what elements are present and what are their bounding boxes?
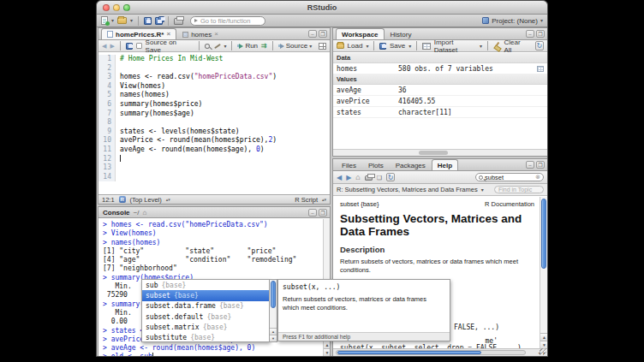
help-topic-title[interactable]: R: Subsetting Vectors, Matrices and Data… <box>337 186 478 193</box>
minimize-pane-icon[interactable]: – <box>308 209 317 217</box>
editor-line[interactable]: 3homes <- read.csv("homePriceData.csv") <box>98 73 330 82</box>
close-tab-icon[interactable]: × <box>214 31 218 38</box>
autocomplete-item[interactable]: subset.matrix{base} <box>142 322 269 332</box>
save-icon[interactable] <box>144 17 152 25</box>
scroll-thumb[interactable] <box>271 281 276 308</box>
scroll-up-icon[interactable]: ▲ <box>324 341 331 348</box>
new-file-button[interactable] <box>101 16 108 25</box>
resize-grip[interactable] <box>540 348 546 355</box>
maximize-pane-icon[interactable]: ❐ <box>319 209 327 217</box>
scroll-thumb[interactable] <box>337 351 481 354</box>
editor-line[interactable]: 2 <box>98 64 330 74</box>
editor-line[interactable]: 9states <- levels(homes$state) <box>98 128 330 137</box>
minimize-pane-icon[interactable]: – <box>526 161 534 169</box>
editor-line[interactable]: 4View(homes) <box>98 82 330 92</box>
print-icon[interactable] <box>174 18 183 25</box>
workspace-tab[interactable]: Workspace <box>336 28 385 39</box>
find-in-topic-input[interactable]: Find in Topic <box>494 186 544 193</box>
scroll-thumb[interactable] <box>541 199 546 269</box>
open-file-icon[interactable] <box>117 17 127 24</box>
forward-icon[interactable]: ▶ <box>110 43 114 50</box>
editor-code-area[interactable]: 1# Home Prices In Mid-West23homes <- rea… <box>98 53 330 194</box>
editor-line[interactable]: 14 <box>98 173 330 182</box>
view-data-icon[interactable] <box>537 66 544 72</box>
workspace-object-row[interactable]: aveAge36 <box>333 85 547 96</box>
title-bar[interactable]: RStudio <box>97 1 547 15</box>
editor-line[interactable]: 12 <box>98 155 330 164</box>
autocomplete-scrollbar[interactable]: ▲ ▼ <box>270 279 277 342</box>
help-pane-tab[interactable]: Help <box>432 159 458 170</box>
help-search-box[interactable]: subset ⊗ <box>475 173 544 181</box>
scroll-down-icon[interactable]: ▼ <box>324 348 331 356</box>
autocomplete-item[interactable]: sub{base} <box>142 280 269 290</box>
scroll-down-icon[interactable]: ▼ <box>270 335 277 341</box>
workspace-object-row[interactable]: homes580 obs. of 7 variables <box>333 63 547 74</box>
code-tools-dropdown-icon[interactable]: ▾ <box>224 44 226 49</box>
back-icon[interactable]: ◀ <box>102 43 106 50</box>
help-pane-tab[interactable]: Plots <box>362 159 390 170</box>
save-icon[interactable] <box>126 43 133 50</box>
editor-line[interactable]: 8 <box>98 118 330 128</box>
autocomplete-item[interactable]: subset{base} <box>142 290 269 300</box>
project-menu[interactable]: Project: (None) ▾ <box>482 17 543 25</box>
source-on-save-checkbox[interactable] <box>136 43 142 49</box>
import-dataset-button[interactable]: Import Dataset <box>434 39 476 54</box>
back-icon[interactable]: ◀ <box>337 174 342 181</box>
workspace-object-row[interactable]: statescharacter[11] <box>333 107 547 118</box>
refresh-icon[interactable]: ↻ <box>535 41 544 50</box>
source-button[interactable]: Source ▾ <box>278 42 312 50</box>
editor-tab[interactable]: homes × <box>176 28 224 39</box>
save-button[interactable]: Save <box>390 42 405 50</box>
workspace-tab[interactable]: History <box>385 28 418 39</box>
topic-dropdown-icon[interactable]: ▾ <box>481 187 484 193</box>
editor-line[interactable]: 5names(homes) <box>98 91 330 100</box>
autocomplete-item[interactable]: substitute{base} <box>142 332 269 342</box>
save-all-icon[interactable] <box>155 17 163 25</box>
new-file-dropdown-icon[interactable]: ▾ <box>111 18 114 23</box>
home-icon[interactable]: ⌂ <box>355 174 360 181</box>
help-pane-tab[interactable]: Files <box>336 159 362 170</box>
scroll-up-icon[interactable]: ▲ <box>540 333 548 341</box>
help-pane-tab[interactable]: Packages <box>390 159 432 170</box>
rerun-icon[interactable]: ⇉ <box>261 42 267 50</box>
code-tools-icon[interactable] <box>213 42 221 50</box>
find-icon[interactable] <box>205 44 210 49</box>
editor-line[interactable]: 7summary(homes$age) <box>98 110 330 119</box>
help-page-title: Subsetting Vectors, Matrices and Data Fr… <box>340 212 524 238</box>
forward-icon[interactable]: ▶ <box>346 174 351 181</box>
workspace-object-row[interactable]: avePrice416405.55 <box>333 96 547 107</box>
doc-type-selector[interactable]: R Script <box>295 196 318 204</box>
show-panes-icon[interactable] <box>319 43 326 50</box>
maximize-pane-icon[interactable]: ❐ <box>536 161 545 169</box>
minimize-pane-icon[interactable]: – <box>526 30 534 38</box>
maximize-pane-icon[interactable]: ❐ <box>536 30 545 38</box>
editor-line[interactable]: 1# Home Prices In Mid-West <box>98 55 330 64</box>
clear-search-icon[interactable]: ⊗ <box>535 174 540 181</box>
editor-line[interactable]: 13 <box>98 163 330 173</box>
home-icon[interactable]: ⌂ <box>142 209 146 217</box>
scope-selector[interactable]: (Top Level) <box>130 196 162 204</box>
minimize-pane-icon[interactable]: – <box>308 30 317 38</box>
clear-all-button[interactable]: Clear All <box>504 39 528 54</box>
help-vscrollbar[interactable]: ▲ ▼ <box>540 197 547 348</box>
editor-line[interactable]: 10avePrice <- round(mean(homes$price),2) <box>98 136 330 145</box>
maximize-pane-icon[interactable]: ❐ <box>319 30 327 38</box>
autocomplete-item[interactable]: subset.default{base} <box>142 312 269 322</box>
autocomplete-item[interactable]: subset.data.frame{base} <box>142 301 269 312</box>
close-tab-icon[interactable]: × <box>166 31 170 38</box>
scroll-up-icon[interactable]: ▲ <box>270 328 277 335</box>
open-file-dropdown-icon[interactable]: ▾ <box>130 18 133 23</box>
help-hscrollbar[interactable]: ◂ ▸ <box>333 348 547 356</box>
editor-line[interactable]: 11aveAge <- round(mean(homes$age), 0) <box>98 145 330 155</box>
workspace-hscrollbar[interactable] <box>333 149 547 156</box>
editor-tab[interactable]: homePrices.R* × <box>101 28 176 39</box>
refresh-icon[interactable]: ↻ <box>386 173 395 181</box>
open-in-window-icon[interactable]: ❏ <box>377 175 382 181</box>
scroll-down-icon[interactable]: ▼ <box>540 341 548 348</box>
goto-file-search[interactable]: Go to file/function <box>190 16 265 26</box>
load-button[interactable]: Load <box>348 42 363 50</box>
run-button[interactable]: Run <box>237 42 258 50</box>
print-icon[interactable] <box>365 175 373 181</box>
workspace-pane: Workspace History – ❐ Load ▾ Save ▾ Impo… <box>332 27 548 157</box>
editor-line[interactable]: 6summary(homes$price) <box>98 100 330 110</box>
